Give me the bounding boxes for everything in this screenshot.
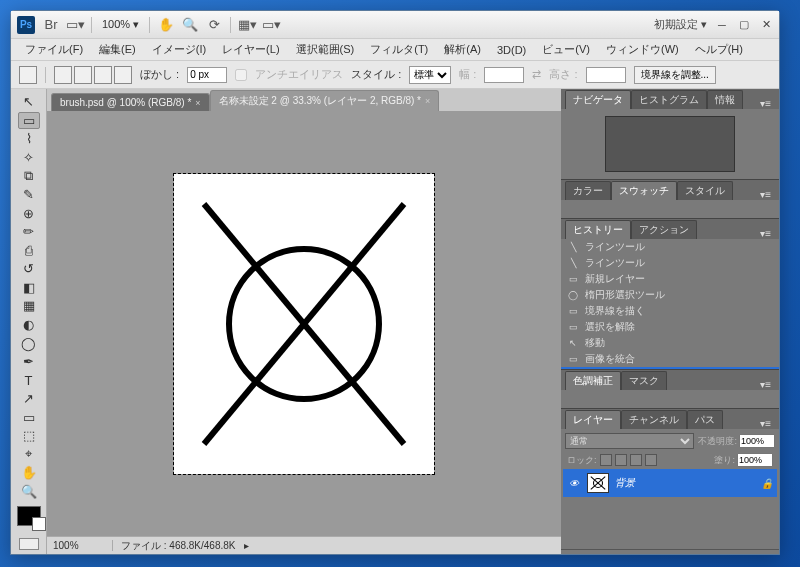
brush-tool-icon[interactable]: ✏ xyxy=(18,223,40,240)
lasso-tool-icon[interactable]: ⌇ xyxy=(18,131,40,148)
fill-input[interactable] xyxy=(737,453,773,467)
tab-styles[interactable]: スタイル xyxy=(677,181,733,200)
heal-tool-icon[interactable]: ⊕ xyxy=(18,205,40,222)
history-item[interactable]: ╲ラインツール xyxy=(561,239,779,255)
lock-position-icon[interactable] xyxy=(630,454,642,466)
eraser-tool-icon[interactable]: ◧ xyxy=(18,279,40,296)
hand-icon[interactable]: ✋ xyxy=(158,17,174,33)
tab-layers[interactable]: レイヤー xyxy=(565,410,621,429)
panel-menu-icon[interactable]: ▾≡ xyxy=(756,189,775,200)
tab-swatches[interactable]: スウォッチ xyxy=(611,181,677,200)
menu-window[interactable]: ウィンドウ(W) xyxy=(600,40,685,59)
canvas-area[interactable] xyxy=(47,111,561,536)
layer-mask-icon[interactable]: ◐ xyxy=(690,553,700,554)
menu-image[interactable]: イメージ(I) xyxy=(146,40,212,59)
close-icon[interactable]: ✕ xyxy=(759,18,773,32)
panel-menu-icon[interactable]: ▾≡ xyxy=(756,379,775,390)
style-select[interactable]: 標準 xyxy=(409,66,451,84)
layer-thumbnail[interactable] xyxy=(587,473,609,493)
lock-pixels-icon[interactable] xyxy=(615,454,627,466)
opacity-input[interactable] xyxy=(739,434,775,448)
history-item[interactable]: ╲ラインツール xyxy=(561,255,779,271)
zoom-tool-icon[interactable]: 🔍 xyxy=(18,483,40,500)
tab-info[interactable]: 情報 xyxy=(707,90,743,109)
rotate-view-icon[interactable]: ⟳ xyxy=(206,17,222,33)
panel-menu-icon[interactable]: ▾≡ xyxy=(756,98,775,109)
menu-view[interactable]: ビュー(V) xyxy=(536,40,596,59)
delete-layer-icon[interactable]: 🗑 xyxy=(762,554,773,555)
history-item[interactable]: ▭境界線を描く xyxy=(561,303,779,319)
layers-empty-area[interactable] xyxy=(563,497,777,547)
tab-navigator[interactable]: ナビゲータ xyxy=(565,90,631,109)
feather-input[interactable] xyxy=(187,67,227,83)
pen-tool-icon[interactable]: ✒ xyxy=(18,353,40,370)
type-tool-icon[interactable]: T xyxy=(18,372,40,389)
crop-tool-icon[interactable]: ⧉ xyxy=(18,168,40,185)
menu-filter[interactable]: フィルタ(T) xyxy=(364,40,434,59)
group-icon[interactable]: ▢ xyxy=(726,553,736,554)
add-selection-icon[interactable] xyxy=(74,66,92,84)
lock-all-icon[interactable] xyxy=(645,454,657,466)
subtract-selection-icon[interactable] xyxy=(94,66,112,84)
visibility-icon[interactable]: 👁 xyxy=(567,476,581,490)
status-file-info[interactable]: ファイル : 468.8K/468.8K xyxy=(121,539,236,553)
panel-menu-icon[interactable]: ▾≡ xyxy=(756,418,775,429)
tab-color[interactable]: カラー xyxy=(565,181,611,200)
dodge-tool-icon[interactable]: ◯ xyxy=(18,335,40,352)
zoom-icon[interactable]: 🔍 xyxy=(182,17,198,33)
tool-preset-icon[interactable] xyxy=(19,66,37,84)
gradient-tool-icon[interactable]: ▦ xyxy=(18,298,40,315)
intersect-selection-icon[interactable] xyxy=(114,66,132,84)
canvas[interactable] xyxy=(174,174,434,474)
blur-tool-icon[interactable]: ◐ xyxy=(18,316,40,333)
menu-layer[interactable]: レイヤー(L) xyxy=(216,40,285,59)
background-color-swatch[interactable] xyxy=(32,517,46,531)
tab-close-icon[interactable]: × xyxy=(425,96,430,106)
lock-transparency-icon[interactable] xyxy=(600,454,612,466)
menu-analysis[interactable]: 解析(A) xyxy=(438,40,487,59)
tab-actions[interactable]: アクション xyxy=(631,220,697,239)
path-select-tool-icon[interactable]: ↗ xyxy=(18,390,40,407)
document-tab[interactable]: 名称未設定 2 @ 33.3% (レイヤー 2, RGB/8) *× xyxy=(210,90,440,111)
menu-select[interactable]: 選択範囲(S) xyxy=(290,40,361,59)
menu-3d[interactable]: 3D(D) xyxy=(491,42,532,58)
hand-tool-icon[interactable]: ✋ xyxy=(18,465,40,482)
3d-tool-icon[interactable]: ⬚ xyxy=(18,428,40,445)
link-layers-icon[interactable]: ⚯ xyxy=(656,553,665,554)
document-tab[interactable]: brush.psd @ 100% (RGB/8) *× xyxy=(51,93,210,111)
layer-row[interactable]: 👁 背景 🔒 xyxy=(563,469,777,497)
quick-select-tool-icon[interactable]: ✧ xyxy=(18,149,40,166)
new-layer-icon[interactable]: ▣ xyxy=(744,553,754,554)
extras-icon[interactable]: ▭▾ xyxy=(263,17,279,33)
minimize-icon[interactable]: ─ xyxy=(715,18,729,32)
marquee-tool-icon[interactable]: ▭ xyxy=(18,112,40,129)
foreground-color-swatch[interactable] xyxy=(17,506,41,526)
tab-history[interactable]: ヒストリー xyxy=(565,220,631,239)
history-item[interactable]: ▭選択を解除 xyxy=(561,319,779,335)
workspace-switcher[interactable]: 初期設定 ▾ xyxy=(654,17,707,32)
tab-paths[interactable]: パス xyxy=(687,410,723,429)
history-item[interactable]: ▭長方形選択ツール xyxy=(561,367,779,369)
maximize-icon[interactable]: ▢ xyxy=(737,18,751,32)
panel-menu-icon[interactable]: ▾≡ xyxy=(756,228,775,239)
shape-tool-icon[interactable]: ▭ xyxy=(18,409,40,426)
menu-edit[interactable]: 編集(E) xyxy=(93,40,142,59)
zoom-display[interactable]: 100% ▾ xyxy=(100,18,141,31)
eyedropper-tool-icon[interactable]: ✎ xyxy=(18,186,40,203)
new-selection-icon[interactable] xyxy=(54,66,72,84)
status-zoom[interactable]: 100% xyxy=(53,540,113,551)
history-item[interactable]: ◯楕円形選択ツール xyxy=(561,287,779,303)
tab-masks[interactable]: マスク xyxy=(621,371,667,390)
history-item[interactable]: ▭新規レイヤー xyxy=(561,271,779,287)
history-brush-tool-icon[interactable]: ↺ xyxy=(18,261,40,278)
swatch-body[interactable] xyxy=(561,200,779,218)
layer-style-icon[interactable]: fx xyxy=(673,554,682,555)
tab-close-icon[interactable]: × xyxy=(195,98,200,108)
move-tool-icon[interactable]: ↖ xyxy=(18,93,40,110)
quick-mask-icon[interactable] xyxy=(19,538,39,550)
history-item[interactable]: ▭画像を統合 xyxy=(561,351,779,367)
menu-file[interactable]: ファイル(F) xyxy=(19,40,89,59)
status-menu-icon[interactable]: ▸ xyxy=(244,540,249,551)
adjustments-body[interactable] xyxy=(561,390,779,408)
stamp-tool-icon[interactable]: ⎙ xyxy=(18,242,40,259)
